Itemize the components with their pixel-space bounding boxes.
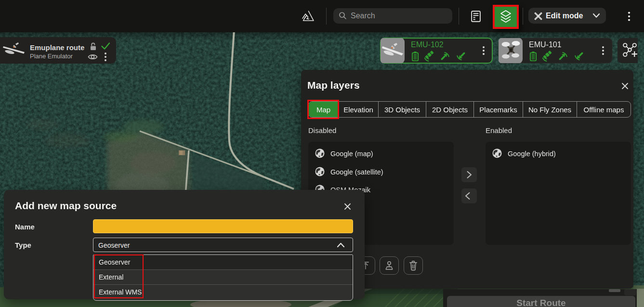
svg-text:Google (satellite): Google (satellite) [330, 168, 383, 176]
svg-text:EMU-102: EMU-102 [411, 40, 444, 49]
svg-text:EMU-101: EMU-101 [529, 40, 562, 49]
svg-text:Google (map): Google (map) [330, 150, 373, 158]
svg-text:Google (hybrid): Google (hybrid) [508, 150, 556, 158]
